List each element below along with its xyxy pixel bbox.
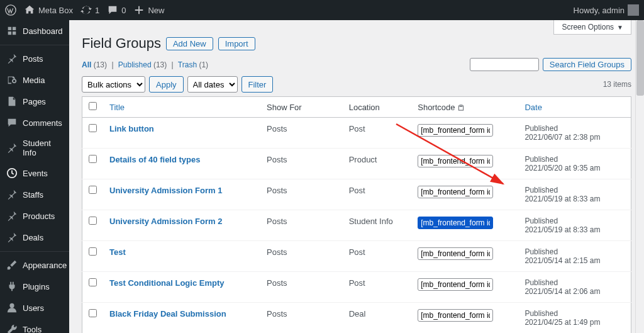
search-button[interactable]: Search Field Groups — [543, 58, 631, 71]
row-show-for: Posts — [260, 241, 343, 272]
col-date[interactable]: Date — [525, 103, 541, 112]
sidebar-item-student-info[interactable]: Student Info — [0, 133, 69, 162]
row-shortcode-input[interactable] — [418, 217, 493, 229]
sidebar-item-label: Pages — [23, 97, 46, 106]
col-shortcode: Shortcode — [411, 97, 518, 118]
col-title[interactable]: Title — [109, 103, 125, 112]
sidebar-item-label: Staffs — [23, 190, 43, 200]
row-show-for: Posts — [260, 179, 343, 210]
howdy-label: Howdy, admin — [574, 6, 625, 15]
new-link[interactable]: New — [133, 4, 164, 16]
search-input[interactable] — [470, 58, 539, 71]
row-published-label: Published — [525, 278, 625, 287]
table-row: University Admission Form 1PostsPostPubl… — [82, 179, 631, 210]
svg-point-2 — [9, 303, 14, 308]
sidebar-item-events[interactable]: Events — [0, 162, 69, 184]
row-published-label: Published — [525, 217, 625, 225]
row-shortcode-input[interactable] — [418, 155, 493, 167]
row-checkbox[interactable] — [89, 309, 97, 317]
tablenav-top: Bulk actions Apply All dates Filter 13 i… — [82, 76, 631, 93]
sidebar-item-label: Dashboard — [23, 26, 63, 36]
row-published-label: Published — [525, 309, 625, 318]
comments-link[interactable]: 0 — [107, 4, 126, 16]
items-count: 13 items — [603, 80, 631, 89]
content-area: Screen Options ▼ Field Groups Add New Im… — [69, 20, 644, 333]
pin-icon — [6, 232, 18, 243]
wp-logo[interactable] — [5, 4, 16, 16]
row-title-link[interactable]: University Admission Form 2 — [109, 217, 222, 226]
row-checkbox[interactable] — [89, 186, 97, 194]
row-date: 2021/05/20 at 9:35 am — [525, 164, 625, 172]
sidebar-item-label: Users — [23, 303, 44, 313]
pin-icon — [6, 189, 18, 200]
pin-icon — [6, 210, 18, 222]
row-shortcode-input[interactable] — [418, 124, 493, 137]
row-date: 2021/04/25 at 1:49 pm — [525, 318, 625, 327]
caret-down-icon: ▼ — [617, 24, 623, 31]
row-location: Student Info — [343, 210, 412, 241]
row-shortcode-input[interactable] — [418, 278, 493, 291]
sidebar-item-tools[interactable]: Tools — [0, 319, 69, 333]
add-new-button[interactable]: Add New — [166, 37, 213, 50]
select-all-checkbox[interactable] — [89, 102, 97, 110]
sidebar-item-users[interactable]: Users — [0, 297, 69, 319]
scrollbar[interactable] — [635, 20, 644, 333]
refresh-link[interactable]: 1 — [80, 4, 99, 16]
row-checkbox[interactable] — [89, 217, 97, 225]
site-link[interactable]: Meta Box — [24, 4, 73, 16]
sidebar-item-posts[interactable]: Posts — [0, 48, 69, 69]
apply-button[interactable]: Apply — [149, 76, 184, 93]
col-show-for: Show For — [260, 97, 343, 118]
row-title-link[interactable]: University Admission Form 1 — [109, 186, 222, 195]
row-checkbox[interactable] — [89, 124, 97, 132]
import-button[interactable]: Import — [218, 37, 255, 50]
table-row: Details of 40 field typesPostsProductPub… — [82, 149, 631, 179]
row-title-link[interactable]: Details of 40 field types — [109, 155, 201, 164]
row-date: 2021/05/14 at 2:06 am — [525, 287, 625, 296]
row-date: 2021/05/19 at 8:33 am — [525, 225, 625, 234]
sidebar-item-appearance[interactable]: Appearance — [0, 254, 69, 276]
screen-options-button[interactable]: Screen Options ▼ — [553, 20, 631, 35]
page-header: Field Groups Add New Import — [82, 35, 631, 52]
filter-published[interactable]: Published — [118, 60, 152, 69]
sidebar-item-deals[interactable]: Deals — [0, 227, 69, 248]
screen-options-label: Screen Options — [562, 23, 614, 31]
table-row: Black Friday Deal SubmissionPostsDealPub… — [82, 303, 631, 334]
sidebar-item-media[interactable]: Media — [0, 69, 69, 91]
scrollbar-thumb[interactable] — [636, 20, 644, 96]
row-shortcode-input[interactable] — [418, 186, 493, 198]
row-title-link[interactable]: Test — [109, 247, 126, 257]
clock-icon — [6, 167, 18, 179]
clipboard-icon — [457, 104, 465, 111]
row-title-link[interactable]: Black Friday Deal Submission — [109, 309, 226, 319]
filter-trash[interactable]: Trash — [178, 60, 197, 69]
howdy-link[interactable]: Howdy, admin — [574, 4, 639, 16]
row-location: Post — [343, 272, 412, 303]
sidebar-item-pages[interactable]: Pages — [0, 91, 69, 112]
sidebar-item-plugins[interactable]: Plugins — [0, 276, 69, 297]
sidebar-item-staffs[interactable]: Staffs — [0, 184, 69, 205]
user-icon — [6, 302, 18, 313]
row-checkbox[interactable] — [89, 278, 97, 286]
row-show-for: Posts — [260, 303, 343, 334]
page-icon — [6, 96, 18, 107]
row-shortcode-input[interactable] — [418, 247, 493, 260]
row-title-link[interactable]: Link button — [109, 124, 154, 133]
table-row: Test Conditional Logic EmptyPostsPostPub… — [82, 272, 631, 303]
row-published-label: Published — [525, 124, 625, 133]
sidebar-item-products[interactable]: Products — [0, 205, 69, 227]
date-filter-select[interactable]: All dates — [187, 76, 238, 93]
filter-button[interactable]: Filter — [242, 76, 274, 93]
bulk-actions-select[interactable]: Bulk actions — [82, 76, 145, 93]
sidebar-item-label: Appearance — [23, 261, 67, 270]
row-shortcode-input[interactable] — [418, 309, 493, 322]
row-checkbox[interactable] — [89, 247, 97, 256]
sidebar-item-dashboard[interactable]: Dashboard — [0, 20, 69, 42]
row-checkbox[interactable] — [89, 155, 97, 163]
sidebar-item-label: Posts — [23, 54, 43, 64]
sidebar-item-label: Deals — [23, 233, 43, 242]
row-title-link[interactable]: Test Conditional Logic Empty — [109, 278, 224, 288]
filter-all[interactable]: All — [82, 60, 91, 69]
sidebar-item-comments[interactable]: Comments — [0, 112, 69, 133]
brush-icon — [6, 259, 18, 271]
